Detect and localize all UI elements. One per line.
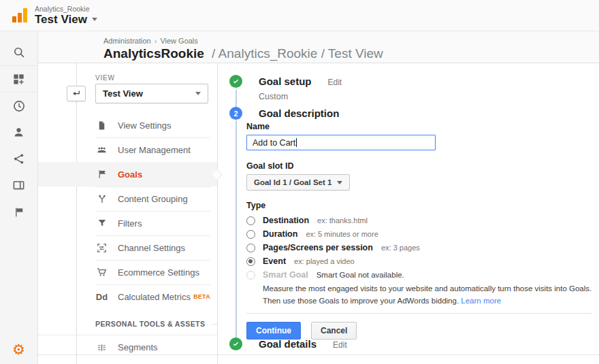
- goal-name-value: Add to Cart: [253, 138, 295, 148]
- dd-icon: Dd: [96, 292, 108, 302]
- people-icon: [95, 144, 108, 155]
- type-option-pages-per-session: Pages/Screens per session ex: 3 pages: [246, 242, 592, 253]
- rail-item-customization[interactable]: [0, 66, 38, 93]
- goal-slot-value: Goal Id 1 / Goal Set 1: [254, 178, 331, 186]
- nav-item-filters[interactable]: Filters: [38, 211, 217, 235]
- step-goal-setup: Goal setup Edit Custom: [229, 75, 342, 101]
- collapse-column-button[interactable]: [67, 86, 86, 101]
- analytics-logo-icon: [12, 8, 27, 22]
- type-option-duration: Duration ex: 5 minutes or more: [246, 229, 592, 239]
- personal-tools-section: PERSONAL TOOLS & ASSETS Segments: [38, 313, 217, 359]
- nav-item-user-management[interactable]: User Management: [38, 137, 217, 162]
- option-label: Smart Goal: [263, 270, 308, 280]
- document-icon: [97, 120, 107, 131]
- nav-label: Content Grouping: [118, 194, 188, 204]
- nav-label: View Settings: [118, 120, 172, 131]
- nav-label: Goals: [118, 169, 142, 180]
- view-settings-nav: View Settings User Management Goals Cont…: [38, 113, 217, 309]
- step-complete-check-icon: [229, 75, 242, 88]
- option-hint: ex: 3 pages: [381, 244, 420, 252]
- step-title: Goal details: [259, 338, 317, 350]
- breadcrumb-administration[interactable]: Administration: [103, 37, 151, 45]
- option-hint: Smart Goal not available.: [317, 271, 404, 279]
- option-hint: ex: thanks.html: [317, 216, 368, 225]
- flag-icon: [97, 169, 108, 180]
- rail-item-acquisition[interactable]: [0, 146, 38, 172]
- rail-item-realtime[interactable]: [0, 93, 38, 119]
- rail-item-conversions[interactable]: [0, 199, 38, 225]
- goal-description-form: Name Add to Cart Goal slot ID Goal Id 1 …: [246, 122, 592, 340]
- continue-button[interactable]: Continue: [246, 322, 301, 340]
- smart-goal-description: Measure the most engaged visits to your …: [263, 283, 592, 308]
- chevron-down-icon: [92, 18, 97, 21]
- nav-item-channel-settings[interactable]: Channel Settings: [38, 235, 217, 260]
- breadcrumb-separator: ›: [155, 37, 157, 45]
- behavior-browser-icon: [12, 179, 25, 192]
- radio-pages-per-session[interactable]: [246, 244, 255, 252]
- step-goal-details: Goal details Edit: [229, 337, 347, 350]
- radio-smart-goal-disabled: [246, 271, 255, 280]
- admin-view-column: VIEW Test View View Settings User Manage…: [38, 63, 218, 364]
- breadcrumb-strip: Administration › View Goals AnalyticsRoo…: [38, 31, 599, 63]
- beta-badge: BETA: [193, 293, 210, 300]
- personal-tools-label: PERSONAL TOOLS & ASSETS: [95, 320, 205, 328]
- option-hint: ex: played a video: [294, 257, 355, 265]
- split-arrows-icon: [97, 193, 108, 204]
- nav-item-goals[interactable]: Goals: [38, 162, 217, 186]
- rail-item-search[interactable]: [0, 39, 38, 66]
- text-cursor: [296, 138, 297, 147]
- smart-goal-text: Measure the most engaged visits to your …: [263, 284, 592, 305]
- step-connector: [236, 120, 237, 337]
- type-option-destination: Destination ex: thanks.html: [246, 215, 592, 226]
- nav-item-view-settings[interactable]: View Settings: [38, 113, 217, 137]
- goal-name-input[interactable]: Add to Cart: [246, 135, 436, 150]
- goal-slot-dropdown[interactable]: Goal Id 1 / Goal Set 1: [246, 174, 350, 191]
- conversions-flag-icon: [13, 206, 25, 218]
- nav-label: Calculated Metrics: [118, 292, 191, 302]
- option-label: Duration: [263, 229, 297, 239]
- search-icon: [12, 46, 26, 59]
- type-option-smart-goal: Smart Goal Smart Goal not available.: [246, 269, 592, 280]
- page-title: AnalyticsRookie / Analytics_Rookie / Tes…: [103, 46, 599, 61]
- radio-duration[interactable]: [246, 230, 255, 239]
- rail-item-audience[interactable]: [0, 119, 38, 146]
- edit-goal-setup-link[interactable]: Edit: [328, 78, 342, 87]
- customization-icon: [12, 73, 25, 86]
- channel-box-icon: [96, 242, 108, 254]
- step-number-badge: 2: [229, 107, 242, 120]
- audience-person-icon: [12, 126, 25, 139]
- cancel-button[interactable]: Cancel: [311, 322, 357, 340]
- nav-item-content-grouping[interactable]: Content Grouping: [38, 186, 217, 211]
- step-title: Goal description: [259, 107, 339, 119]
- option-hint: ex: 5 minutes or more: [306, 230, 378, 238]
- nav-label: Channel Settings: [118, 243, 185, 253]
- radio-event-selected[interactable]: [246, 257, 255, 266]
- radio-destination[interactable]: [246, 216, 255, 225]
- type-option-event: Event ex: played a video: [246, 256, 592, 267]
- current-view-name: Test View: [35, 13, 87, 26]
- breadcrumb-view-goals: View Goals: [160, 37, 197, 45]
- account-view-switcher[interactable]: Analytics_Rookie Test View: [35, 5, 97, 26]
- nav-item-ecommerce-settings[interactable]: Ecommerce Settings: [38, 260, 217, 284]
- type-label: Type: [246, 201, 592, 210]
- goal-setup-selection: Custom: [259, 92, 342, 101]
- page-title-primary: AnalyticsRookie: [103, 46, 204, 61]
- nav-item-segments[interactable]: Segments: [38, 335, 217, 359]
- view-selector-dropdown[interactable]: Test View: [95, 84, 208, 103]
- gear-icon: ⚙: [12, 342, 25, 357]
- learn-more-link[interactable]: Learn more: [461, 297, 501, 305]
- view-selector-value: Test View: [103, 88, 143, 99]
- segments-icon: [96, 342, 108, 353]
- divider: [212, 324, 217, 325]
- left-icon-rail: ⚙: [0, 31, 38, 364]
- funnel-icon: [97, 218, 108, 229]
- rail-item-admin[interactable]: ⚙: [0, 334, 38, 364]
- rail-item-behavior[interactable]: [0, 172, 38, 199]
- breadcrumb: Administration › View Goals: [103, 37, 599, 45]
- edit-goal-details-link[interactable]: Edit: [333, 340, 347, 350]
- divider: [246, 313, 592, 314]
- history-clock-icon: [12, 99, 26, 113]
- nav-item-calculated-metrics[interactable]: Dd Calculated Metrics BETA: [38, 284, 217, 309]
- acquisition-share-icon: [12, 152, 25, 165]
- page-title-secondary: / Analytics_Rookie / Test View: [212, 46, 383, 61]
